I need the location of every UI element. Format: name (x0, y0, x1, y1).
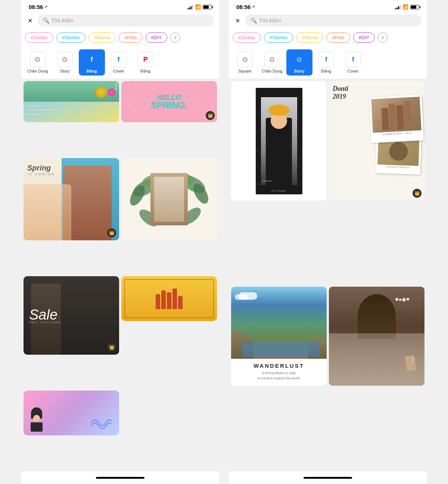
cat-story-right[interactable]: ⊙ Story (286, 49, 312, 75)
home-bar-left (96, 477, 144, 479)
battery-right (410, 5, 419, 9)
search-icon-right: 🔍 (251, 18, 257, 24)
ring-hand (406, 356, 421, 374)
tag-stories-right[interactable]: #Stories (264, 33, 293, 43)
header-left: × 🔍 Tìm kiếm (21, 12, 219, 29)
yellow-hat (268, 105, 290, 116)
tag-more-right[interactable]: # (378, 33, 387, 43)
cat-label-cover-right: Cover (348, 69, 358, 73)
film-label: fashionista (263, 180, 272, 182)
polaroid-1-photo (371, 97, 421, 133)
template-plants[interactable] (121, 158, 217, 240)
svg-line-5 (203, 81, 210, 87)
polaroid-1: SUMMER TRIP . 2019 (369, 95, 424, 143)
location-icon-right: ↗ (252, 4, 255, 9)
svg-line-11 (210, 98, 215, 110)
wanderlust-landscape (231, 287, 327, 359)
flower1 (96, 87, 107, 98)
category-nav-right: ⊙ Square ⊙ Chân Dung ⊙ Story f Đăng f (229, 46, 427, 79)
cat-label-cover-left: Cover (113, 69, 124, 73)
tag-stories-left[interactable]: #Stories (56, 33, 85, 43)
film-brand: CK heart (271, 189, 286, 192)
cat-label-chan-dung-right: Chân Dung (262, 69, 283, 73)
phone-divider (223, 0, 225, 484)
cloud2 (235, 294, 248, 300)
cat-dang-right[interactable]: f Đăng (313, 49, 339, 75)
cat-icon-story-left: ⊙ (57, 52, 73, 67)
cat-cover-left[interactable]: f Cover (106, 49, 132, 75)
svg-line-6 (128, 99, 135, 113)
sale-text-block: Sale ONLY THIS WEEK (29, 308, 62, 324)
tag-diy-right[interactable]: #DIY (353, 33, 375, 43)
search-bar-left[interactable]: 🔍 Tìm kiếm (38, 15, 214, 27)
cat-square-right[interactable]: ⊙ Square (232, 49, 258, 75)
premium-badge-polaroid: 👑 (413, 189, 421, 198)
template-wanderlust[interactable]: WANDERLUST a strong desire or urgeto tra… (231, 287, 327, 386)
cat-label-dang-left: Đăng (87, 69, 97, 73)
spring-flowers-text: Let your heartssing as flowers bloomthis… (27, 104, 54, 117)
template-sale[interactable]: Sale ONLY THIS WEEK 👑 (24, 276, 119, 355)
tag-zodiac-right[interactable]: #Zodiac (233, 33, 261, 43)
polaroid-2-label: FRIENDS FOREVER (377, 165, 419, 169)
template-hello-spring[interactable]: HELLO SPRING. 👑 (121, 81, 217, 122)
tag-diy-left[interactable]: #DIY (146, 33, 168, 43)
template-spring-coming[interactable]: Spring IS COMING 👑 (24, 158, 119, 240)
signal-right (395, 5, 401, 9)
template-chinese[interactable] (121, 276, 217, 321)
location-icon-left: ↗ (44, 4, 47, 9)
girl-overlay (24, 184, 71, 240)
category-nav-left: ⊙ Chân Dung ⊙ Story f Đăng f Cover P (21, 46, 219, 79)
cat-chan-dung-left[interactable]: ⊙ Chân Dung (24, 49, 51, 75)
cat-story-left[interactable]: ⊙ Story (52, 49, 78, 75)
template-spring-flowers[interactable]: Let your heartssing as flowers bloomthis… (24, 81, 119, 122)
search-bar-right[interactable]: 🔍 Tìm kiếm (245, 15, 421, 27)
tags-row-right: #Zodiac #Stories #Meme #Pets #DIY # (229, 29, 427, 46)
template-colorful[interactable] (24, 391, 119, 435)
time-left: 08:56 (29, 4, 43, 10)
template-polaroids[interactable]: Donti2019 SUMMER TRIP . 2019 (329, 81, 424, 201)
tag-zodiac-left[interactable]: #Zodiac (25, 33, 53, 43)
premium-badge-spring: 👑 (107, 228, 116, 237)
cat-icon-story-right: ⊙ (292, 52, 307, 67)
left-phone: 08:56 ↗ 📶 × 🔍 Tìm kiếm #Zodiac #Stories (21, 0, 219, 484)
search-icon-left: 🔍 (43, 18, 49, 24)
template-film-portrait[interactable]: fashionista CK heart (231, 81, 327, 201)
content-grid-right: fashionista CK heart Donti2019 (229, 79, 427, 471)
instagram-icon-square-right: ⊙ (242, 55, 248, 64)
left-sprockets (256, 88, 260, 194)
tag-more-left[interactable]: # (170, 33, 180, 43)
wanderlust-title-text: WANDERLUST (236, 363, 321, 369)
facebook-icon-dang-right: f (325, 56, 327, 64)
cat-dang2-left[interactable]: P Đăng (133, 49, 159, 75)
tag-pets-left[interactable]: #Pets (119, 33, 142, 43)
cat-label-story-left: Story (60, 69, 70, 73)
wanderlust-text-block: WANDERLUST a strong desire or urgeto tra… (231, 359, 327, 386)
tag-pets-right[interactable]: #Pets (326, 33, 350, 43)
water (242, 342, 319, 357)
flower2 (108, 89, 115, 96)
pinterest-icon-left: P (143, 56, 148, 64)
cat-cover-right[interactable]: f Cover (340, 49, 366, 75)
wavy-lines (89, 415, 112, 432)
cat-icon-dang-left: f (84, 52, 100, 67)
svg-line-3 (169, 81, 176, 89)
cat-icon-chan-dung-left: ⊙ (30, 52, 46, 67)
home-bar-right (304, 477, 352, 479)
film-photo-area: fashionista (261, 97, 297, 185)
right-phone: 08:56 ↗ 📶 × 🔍 Tìm kiếm #Zodiac #Stories (229, 0, 427, 484)
tag-meme-left[interactable]: #Meme (88, 33, 116, 43)
cat-dang-left[interactable]: f Đăng (79, 49, 105, 75)
tag-meme-right[interactable]: #Meme (296, 33, 323, 43)
cat-label-chan-dung-left: Chân Dung (27, 69, 48, 73)
cat-label-story-right: Story (294, 69, 305, 73)
film-strip: fashionista CK heart (256, 88, 302, 194)
status-icons-left: 📶 (187, 4, 212, 10)
home-indicator-right (229, 471, 427, 484)
template-wedding[interactable] (329, 287, 424, 386)
cat-icon-chan-dung-right: ⊙ (264, 52, 280, 67)
close-button-left[interactable]: × (27, 15, 34, 27)
cat-chan-dung-right[interactable]: ⊙ Chân Dung (259, 49, 286, 75)
cat-icon-square-right: ⊙ (237, 52, 253, 67)
close-button-right[interactable]: × (234, 15, 242, 27)
right-sprockets (298, 88, 302, 194)
